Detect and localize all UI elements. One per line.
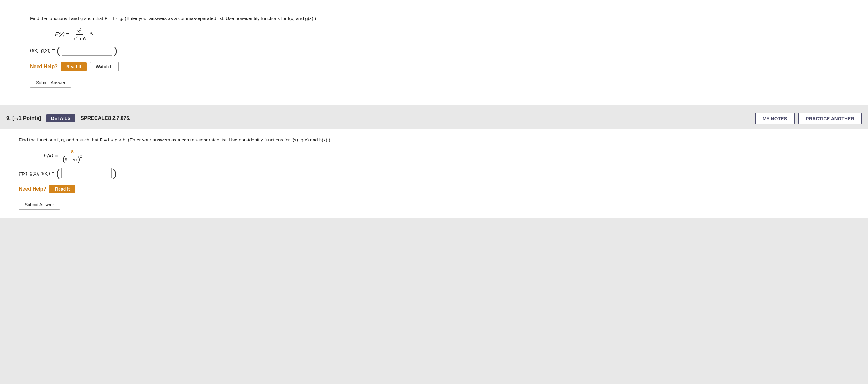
- problem9-header-bar: 9. [−/1 Points] DETAILS SPRECALC8 2.7.07…: [0, 108, 868, 129]
- problem8-answer-label: (f(x), g(x)) =: [30, 47, 55, 53]
- base-expr: 9 + √x: [65, 157, 78, 162]
- paren-open: (: [63, 156, 65, 163]
- problem8-numerator: x2: [76, 28, 83, 35]
- open-paren-9: (: [56, 168, 60, 178]
- problem9-header-buttons: MY NOTES PRACTICE ANOTHER: [755, 113, 862, 124]
- problem9-code: SPRECALC8 2.7.076.: [81, 115, 130, 121]
- problem9-formula: F(x) = 8 ( 9 + √x ) 2: [44, 149, 857, 163]
- problem9-answer-row: (f(x), g(x), h(x)) = ( ): [19, 168, 857, 178]
- problem8-formula: F(x) = x2 x2 + 6 ↖: [55, 28, 845, 41]
- cursor-icon: ↖: [90, 30, 94, 37]
- problem9-body: Find the functions f, g, and h such that…: [0, 129, 868, 219]
- problem9-denominator: ( 9 + √x ) 2: [61, 155, 83, 163]
- close-paren: ): [114, 45, 117, 56]
- open-paren: (: [57, 45, 60, 56]
- problem9-header-left: 9. [−/1 Points] DETAILS SPRECALC8 2.7.07…: [6, 114, 131, 123]
- problem8-watch-it-button[interactable]: Watch It: [90, 62, 119, 71]
- problem9-instruction: Find the functions f, g, and h such that…: [19, 136, 857, 144]
- problem9-number: 9. [−/1 Points]: [6, 115, 41, 121]
- problem8-answer-input[interactable]: [62, 45, 112, 56]
- problem9-need-help-row: Need Help? Read It: [19, 185, 857, 194]
- problem9-need-help-label: Need Help?: [19, 186, 46, 192]
- problem8-instruction: Find the functions f and g such that F =…: [30, 15, 845, 22]
- problem8-need-help-row: Need Help? Read It Watch It: [30, 62, 845, 71]
- problem9-practice-button[interactable]: PRACTICE ANOTHER: [799, 113, 862, 124]
- problem8-answer-row: (f(x), g(x)) = ( ): [30, 45, 845, 56]
- problem9-answer-input[interactable]: [61, 168, 112, 178]
- problem9-fraction: 8 ( 9 + √x ) 2: [61, 149, 83, 163]
- problem8-fx-label: F(x) =: [55, 31, 71, 37]
- problem9-submit-button[interactable]: Submit Answer: [19, 200, 60, 210]
- page-wrapper: Find the functions f and g such that F =…: [0, 0, 868, 384]
- section-separator: [0, 105, 868, 108]
- problem8-section: Find the functions f and g such that F =…: [0, 0, 868, 105]
- problem8-need-help-label: Need Help?: [30, 64, 58, 69]
- problem9-my-notes-button[interactable]: MY NOTES: [755, 113, 795, 124]
- paren-close: ): [78, 156, 80, 163]
- close-paren-9: ): [114, 168, 117, 178]
- problem8-submit-button[interactable]: Submit Answer: [30, 78, 71, 88]
- problem8-read-it-button[interactable]: Read It: [61, 62, 87, 71]
- problem9-fx-label: F(x) =: [44, 153, 60, 159]
- problem8-body: Find the functions f and g such that F =…: [11, 7, 857, 96]
- problem9-read-it-button[interactable]: Read It: [50, 185, 75, 194]
- exponent: 2: [80, 154, 82, 159]
- problem9-answer-label: (f(x), g(x), h(x)) =: [19, 171, 54, 176]
- problem9-details-badge: DETAILS: [46, 114, 75, 123]
- problem9-numerator: 8: [69, 149, 74, 155]
- problem8-fraction: x2 x2 + 6: [72, 28, 87, 41]
- problem8-denominator: x2 + 6: [72, 35, 87, 41]
